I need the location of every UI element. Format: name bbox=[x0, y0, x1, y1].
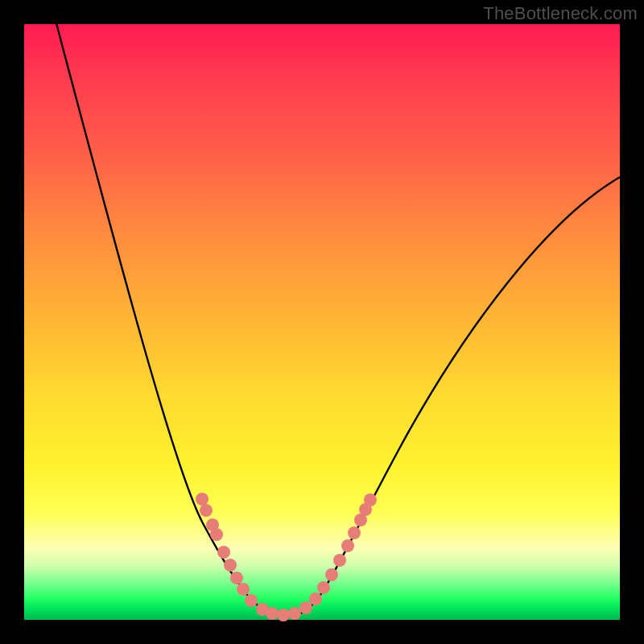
watermark-text: TheBottleneck.com bbox=[483, 3, 638, 24]
curve-marker bbox=[200, 504, 213, 517]
curve-markers bbox=[196, 493, 377, 621]
curve-marker bbox=[230, 572, 243, 584]
curve-marker bbox=[217, 546, 230, 559]
curve-marker bbox=[224, 559, 237, 572]
curve-marker bbox=[196, 493, 208, 506]
curve-marker bbox=[341, 539, 354, 552]
curve-marker bbox=[266, 607, 279, 620]
curve-marker bbox=[348, 526, 361, 539]
curve-marker bbox=[277, 609, 290, 621]
bottleneck-curve-path bbox=[52, 8, 620, 616]
curve-marker bbox=[210, 528, 223, 541]
bottleneck-chart bbox=[24, 24, 620, 620]
outer-frame: TheBottleneck.com bbox=[0, 0, 644, 644]
curve-marker bbox=[364, 493, 377, 506]
plot-area bbox=[24, 24, 620, 620]
curve-marker bbox=[288, 607, 301, 620]
curve-marker bbox=[237, 583, 250, 596]
curve-marker bbox=[299, 601, 312, 614]
curve-marker bbox=[333, 554, 346, 567]
curve-marker bbox=[309, 592, 322, 605]
curve-marker bbox=[317, 581, 330, 594]
curve-marker bbox=[325, 568, 338, 581]
curve-marker bbox=[245, 594, 258, 607]
